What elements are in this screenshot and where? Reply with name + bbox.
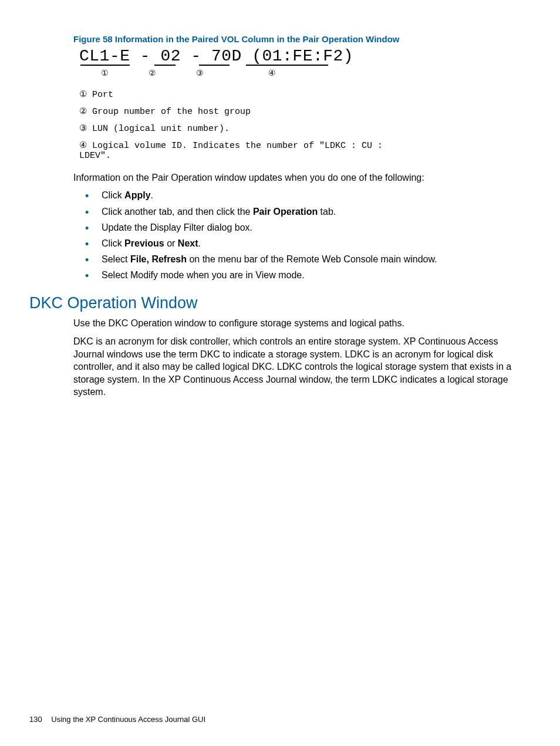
page-footer: 130 Using the XP Continuous Access Journ… — [29, 715, 205, 724]
section-para2: DKC is an acronym for disk controller, w… — [73, 335, 531, 399]
figure-image: CL1-E - 02 - 70D (01:FE:F2) ① ② ③ ④ ① Po… — [79, 48, 396, 161]
figure-caption: Figure 58 Information in the Paired VOL … — [73, 34, 531, 44]
legend-num: ④ — [79, 141, 87, 151]
text-bold: File, Refresh — [130, 254, 187, 264]
figure-legend: ① Port ② Group number of the host group … — [79, 89, 396, 161]
chapter-title: Using the XP Continuous Access Journal G… — [51, 715, 205, 724]
circled-4: ④ — [225, 68, 319, 78]
text-mid: tab. — [318, 207, 336, 217]
legend-num: ① — [79, 90, 87, 100]
legend-num: ② — [79, 107, 87, 117]
text-pre: Update the Display Filter dialog box. — [102, 222, 252, 232]
list-item: Update the Display Filter dialog box. — [85, 220, 531, 235]
list-item: Select Modify mode when you are in View … — [85, 267, 531, 283]
list-item: Click Previous or Next. — [85, 235, 531, 251]
text-pre: Click — [102, 190, 124, 200]
legend-text: Group number of the host group — [92, 107, 251, 117]
circled-1: ① — [79, 68, 130, 78]
circled-2: ② — [130, 68, 174, 78]
list-item: Click another tab, and then click the Pa… — [85, 204, 531, 220]
text-pre: Select Modify mode when you are in View … — [102, 270, 305, 280]
list-item: Select File, Refresh on the menu bar of … — [85, 251, 531, 267]
legend-item: ③ LUN (logical unit number). — [79, 123, 396, 134]
text-bold2: Next — [178, 238, 198, 248]
text-bold: Previous — [124, 238, 164, 248]
legend-num: ③ — [79, 124, 87, 134]
text-mid: on the menu bar of the Remote Web Consol… — [187, 254, 437, 264]
figure-main-string: CL1-E - 02 - 70D (01:FE:F2) — [79, 48, 396, 66]
text-pre: Click — [102, 238, 124, 248]
section-heading: DKC Operation Window — [29, 294, 531, 312]
figure-circled-row: ① ② ③ ④ — [79, 68, 396, 78]
legend-text: Logical volume ID. Indicates the number … — [79, 141, 383, 161]
bullet-list: Click Apply. Click another tab, and then… — [85, 187, 531, 283]
text-post: . — [198, 238, 201, 248]
text-mid: . — [151, 190, 153, 200]
text-bold: Pair Operation — [253, 207, 318, 217]
legend-text: Port — [92, 90, 113, 100]
page-number: 130 — [29, 715, 42, 724]
circled-3: ③ — [174, 68, 225, 78]
text-pre: Select — [102, 254, 130, 264]
legend-item: ② Group number of the host group — [79, 106, 396, 117]
text-pre: Click another tab, and then click the — [102, 207, 253, 217]
legend-item: ① Port — [79, 89, 396, 100]
text-bold: Apply — [124, 190, 150, 200]
page-container: Figure 58 Information in the Paired VOL … — [0, 0, 560, 746]
intro-sentence: Information on the Pair Operation window… — [73, 171, 531, 184]
legend-text: LUN (logical unit number). — [92, 124, 230, 134]
legend-item: ④ Logical volume ID. Indicates the numbe… — [79, 140, 396, 161]
list-item: Click Apply. — [85, 187, 531, 203]
section-para1: Use the DKC Operation window to configur… — [73, 317, 531, 330]
text-mid: or — [164, 238, 178, 248]
